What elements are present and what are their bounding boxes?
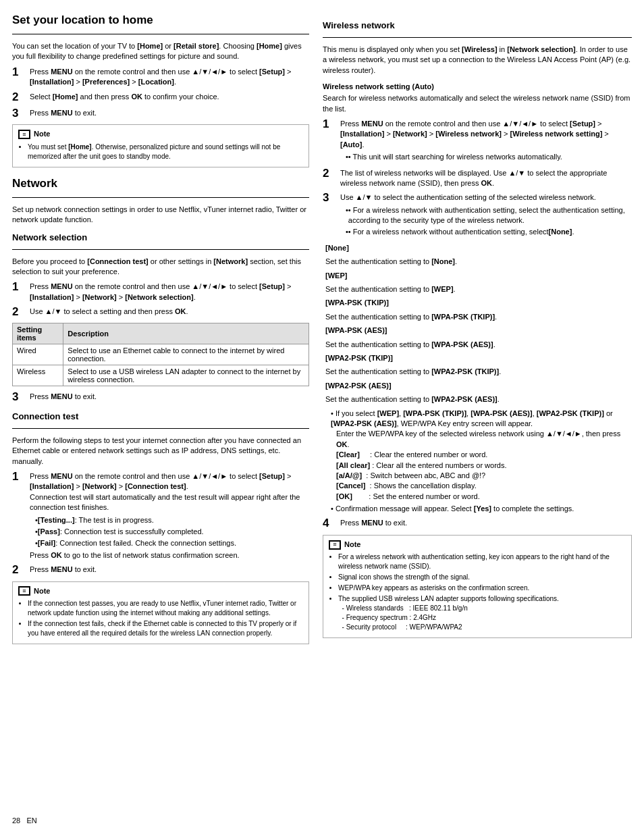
sub-bullet-item: [Pass]: Connection test is successfully …: [35, 527, 309, 537]
wireless-auto-intro: Search for wireless networks automatical…: [323, 93, 632, 114]
note-list: You must set [Home]. Otherwise, personal…: [18, 142, 303, 161]
wep-confirm-item: • Confirmation message will appear. Sele…: [331, 504, 632, 514]
step-item: 2 Press MENU to exit.: [12, 563, 309, 577]
table-header-desc: Description: [63, 323, 309, 344]
auth-wep-label: [WEP]: [325, 271, 632, 281]
connection-test-title: Connection test: [12, 411, 309, 421]
note-header: ≡ Note: [329, 540, 626, 550]
table-header-setting: Setting items: [13, 323, 63, 344]
network-selection-title: Network selection: [12, 232, 309, 242]
left-column: Set your location to home You can set th…: [12, 14, 309, 654]
auth-wpa2psk-tkip-label: [WPA2-PSK (TKIP)]: [325, 353, 632, 363]
set-location-steps: 1 Press MENU on the remote control and t…: [12, 66, 309, 121]
note-icon: ≡: [18, 130, 30, 139]
table-cell-desc: Select to use an Ethernet cable to conne…: [63, 344, 309, 365]
note-item: Signal icon shows the strength of the si…: [338, 573, 626, 582]
step-item: 1 Press MENU on the remote control and t…: [12, 280, 309, 303]
right-column: Wireless network This menu is displayed …: [323, 14, 632, 654]
network-intro: Set up network connection settings in or…: [12, 205, 309, 226]
wireless-step4: 4 Press MENU to exit.: [323, 517, 632, 530]
table-row: Wired Select to use an Ethernet cable to…: [13, 344, 309, 365]
note-icon: ≡: [18, 586, 30, 596]
section-set-location-intro: You can set the location of your TV to […: [12, 41, 309, 62]
page-container: Set your location to home You can set th…: [0, 0, 644, 667]
auth-wpa2psk-tkip-desc: Set the authentication setting to [WPA2-…: [325, 367, 632, 377]
auth-options: [None] Set the authentication setting to…: [325, 243, 632, 405]
auth-wpa2psk-aes-label: [WPA2-PSK (AES)]: [325, 381, 632, 391]
note-item: WEP/WPA key appears as asterisks on the …: [338, 583, 626, 593]
page-footer: 28 EN: [12, 816, 37, 825]
wep-note-item: • If you select [WEP], [WPA-PSK (TKIP)],…: [331, 409, 632, 502]
auth-none-label: [None]: [325, 243, 632, 253]
note-item: The supplied USB wireless LAN adapter su…: [338, 594, 626, 632]
sub-bullet-item: • This unit will start searching for wir…: [346, 152, 632, 162]
network-selection-intro: Before you proceed to [Connection test] …: [12, 257, 309, 278]
auth-wpapsk-tkip-desc: Set the authentication setting to [WPA-P…: [325, 312, 632, 322]
page-number: 28: [12, 816, 20, 825]
connection-test-note: ≡ Note If the connection test passes, yo…: [12, 581, 309, 644]
table-cell-item: Wireless: [13, 365, 63, 386]
wireless-title: Wireless network: [323, 20, 632, 30]
network-title: Network: [12, 177, 309, 190]
wireless-note-box: ≡ Note For a wireless network with authe…: [323, 535, 632, 638]
note-icon: ≡: [329, 540, 341, 550]
section-set-location: Set your location to home You can set th…: [12, 14, 309, 167]
note-list: If the connection test passes, you are r…: [18, 599, 303, 638]
section-wireless: Wireless network This menu is displayed …: [323, 20, 632, 638]
table-row: Wireless Select to use a USB wireless LA…: [13, 365, 309, 386]
sub-bullet-item: [Testing...]: The test is in progress.: [35, 515, 309, 525]
auth-wpa2psk-aes-desc: Set the authentication setting to [WPA2-…: [325, 394, 632, 405]
network-selection-step3: 3 Press MENU to exit.: [12, 390, 309, 404]
note-header: ≡ Note: [18, 586, 303, 596]
note-item: You must set [Home]. Otherwise, personal…: [28, 142, 303, 161]
note-box: ≡ Note You must set [Home]. Otherwise, p…: [12, 124, 309, 167]
network-selection-table: Setting items Description Wired Select t…: [12, 323, 309, 386]
note-header: ≡ Note: [18, 129, 303, 139]
step-item: 2 The list of wireless networks will be …: [323, 167, 632, 189]
wireless-auto-title: Wireless network setting (Auto): [323, 82, 632, 90]
step-item: 1 Press MENU on the remote control and t…: [12, 66, 309, 88]
step-item: 3 Press MENU to exit.: [12, 107, 309, 120]
step-item: 1 Press MENU on the remote control and t…: [12, 470, 309, 561]
note-item: If the connection test fails, check if t…: [28, 619, 303, 638]
sub-bullet-item: • For a wireless network without authent…: [346, 227, 632, 237]
page-lang: EN: [26, 816, 36, 825]
table-cell-item: Wired: [13, 344, 63, 365]
step-item: 1 Press MENU on the remote control and t…: [323, 118, 632, 164]
auth-wpapsk-aes-desc: Set the authentication setting to [WPA-P…: [325, 340, 632, 350]
step-item: 2 Select [Home] and then press OK to con…: [12, 90, 309, 104]
step-item: 3 Use ▲/▼ to select the authentication s…: [323, 191, 632, 239]
note-item: For a wireless network with authenticati…: [338, 552, 626, 571]
section-network: Network Set up network connection settin…: [12, 177, 309, 644]
step-item: 3 Press MENU to exit.: [12, 390, 309, 404]
connection-test-intro: Perform the following steps to test your…: [12, 436, 309, 467]
wireless-steps: 1 Press MENU on the remote control and t…: [323, 118, 632, 239]
note-list: For a wireless network with authenticati…: [329, 552, 626, 632]
auth-wep-desc: Set the authentication setting to [WEP].: [325, 284, 632, 294]
note-item: If the connection test passes, you are r…: [28, 599, 303, 618]
sub-bullet-item: [Fail]: Connection test failed. Check th…: [35, 538, 309, 548]
wireless-intro: This menu is displayed only when you set…: [323, 45, 632, 76]
wep-note: • If you select [WEP], [WPA-PSK (TKIP)],…: [325, 409, 632, 515]
sub-bullet-item: • For a wireless network with authentica…: [346, 205, 632, 226]
step-item: 2 Use ▲/▼ to select a setting and then p…: [12, 305, 309, 319]
connection-test-steps: 1 Press MENU on the remote control and t…: [12, 470, 309, 577]
network-selection-steps: 1 Press MENU on the remote control and t…: [12, 280, 309, 319]
auth-wpapsk-tkip-label: [WPA-PSK (TKIP)]: [325, 298, 632, 308]
step-item: 4 Press MENU to exit.: [323, 517, 632, 530]
table-cell-desc: Select to use a USB wireless LAN adapter…: [63, 365, 309, 386]
auth-wpapsk-aes-label: [WPA-PSK (AES)]: [325, 325, 632, 336]
auth-none-desc: Set the authentication setting to [None]…: [325, 257, 632, 267]
section-set-location-title: Set your location to home: [12, 14, 309, 27]
